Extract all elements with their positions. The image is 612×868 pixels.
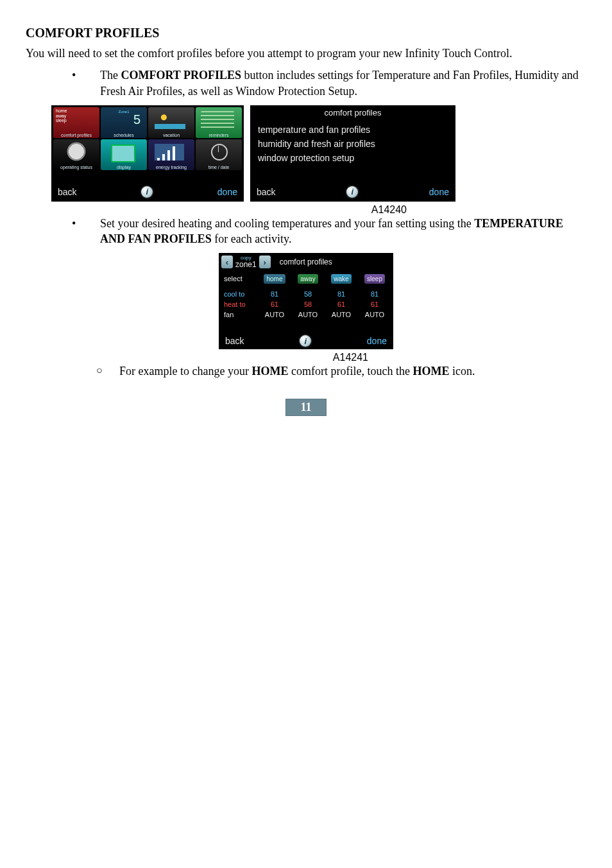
menu-reminders-label: reminders xyxy=(196,133,242,137)
figure1-caption: A14240 xyxy=(26,204,407,216)
zone-name: zone1 xyxy=(235,261,257,268)
screenshot-comfort-profiles-panel: comfort profiles temperature and fan pro… xyxy=(250,105,455,202)
heat-to-label: heat to xyxy=(224,300,256,308)
info-icon[interactable]: i xyxy=(141,186,153,198)
back-button[interactable]: back xyxy=(225,336,244,346)
profile-away-button[interactable]: away xyxy=(298,274,318,284)
menu-operating-status-label: operating status xyxy=(53,165,99,169)
figure2-caption: A14241 xyxy=(26,352,368,363)
done-button[interactable]: done xyxy=(429,187,449,197)
done-button[interactable]: done xyxy=(217,187,237,197)
menu-time-date[interactable]: time / date xyxy=(196,139,242,170)
cool-to-label: cool to xyxy=(224,290,256,298)
profile-sleep-button[interactable]: sleep xyxy=(364,274,385,284)
menu-energy-tracking[interactable]: energy tracking xyxy=(148,139,194,170)
sub1-post: icon. xyxy=(449,365,475,378)
intro-paragraph: You will need to set the comfort profile… xyxy=(26,46,586,61)
back-button[interactable]: back xyxy=(257,187,276,197)
screenshot-menu-panel: home away sleep comfort profiles Zone1 5… xyxy=(51,105,244,202)
profile-wake-button[interactable]: wake xyxy=(331,274,351,284)
menu-schedules-zone: Zone1 xyxy=(118,110,129,114)
clock-hand xyxy=(218,146,219,152)
menu-vacation[interactable]: vacation xyxy=(148,107,194,138)
menu-schedules-five: 5 xyxy=(133,112,140,127)
chevron-left-icon[interactable]: ‹ xyxy=(221,256,233,268)
heat-away: 58 xyxy=(293,300,323,308)
menu-energy-tracking-label: energy tracking xyxy=(148,165,194,169)
bullet1-bold: COMFORT PROFILES xyxy=(121,69,241,82)
heat-wake: 61 xyxy=(327,300,356,308)
menu-comfort-profiles-label: comfort profiles xyxy=(53,133,99,137)
carrier-badge: Carrier xyxy=(71,152,82,157)
figure-row-1: home away sleep comfort profiles Zone1 5… xyxy=(51,105,586,202)
cool-to-row: cool to 81 58 81 81 xyxy=(219,289,393,299)
cp-item-temp-fan[interactable]: temperature and fan profiles xyxy=(258,123,448,137)
cool-away: 58 xyxy=(293,290,323,298)
sub1-mid: comfort profile, touch the xyxy=(288,365,412,378)
cp-panel-list: temperature and fan profiles humidity an… xyxy=(250,123,455,165)
menu-footer: back i done xyxy=(51,182,244,202)
sub-bullet-home-example: For example to change your HOME comfort … xyxy=(96,363,586,379)
bullet-temp-fan: Set your desired heating and cooling tem… xyxy=(72,216,586,247)
page-number: 11 xyxy=(285,399,326,416)
heat-to-row: heat to 61 58 61 61 xyxy=(219,299,393,309)
cool-home: 81 xyxy=(260,290,289,298)
bullet-comfort-profiles: The COMFORT PROFILES button includes set… xyxy=(72,67,586,99)
menu-operating-status[interactable]: Carrier operating status xyxy=(53,139,99,170)
sub1-pre: For example to change your xyxy=(119,365,251,378)
fan-home: AUTO xyxy=(260,311,289,318)
fan-row: fan AUTO AUTO AUTO AUTO xyxy=(219,309,393,320)
menu-display[interactable]: display xyxy=(101,139,147,170)
fan-wake: AUTO xyxy=(327,311,356,318)
cp-select-label: select xyxy=(224,275,256,282)
info-icon[interactable]: i xyxy=(300,335,311,347)
menu-reminders[interactable]: reminders xyxy=(196,107,242,138)
page-number-wrap: 11 xyxy=(26,399,586,416)
figure2-wrap: ‹ copy zone1 › comfort profiles select h… xyxy=(26,253,586,349)
heat-sleep: 61 xyxy=(360,300,389,308)
back-button[interactable]: back xyxy=(58,187,77,197)
done-button[interactable]: done xyxy=(367,336,387,346)
menu-time-date-label: time / date xyxy=(196,165,242,169)
cp-panel-title: comfort profiles xyxy=(250,105,455,123)
cp-panel-footer: back i done xyxy=(250,182,455,202)
fan-label: fan xyxy=(224,311,256,318)
menu-comfort-profiles-lines: home away sleep xyxy=(56,108,67,123)
sub1-bold1: HOME xyxy=(251,365,288,378)
cool-wake: 81 xyxy=(327,290,356,298)
cp-header-label: comfort profiles xyxy=(280,257,332,266)
profile-home-button[interactable]: home xyxy=(264,274,285,284)
cp-select-row: select home away wake sleep xyxy=(219,273,393,284)
cp-item-humidity[interactable]: humidity and fresh air profiles xyxy=(258,137,448,151)
menu-vacation-label: vacation xyxy=(148,133,194,137)
fan-away: AUTO xyxy=(293,311,323,318)
cp-item-window[interactable]: window protection setup xyxy=(258,151,448,165)
info-icon[interactable]: i xyxy=(346,186,358,198)
bullet2-post: for each activity. xyxy=(212,232,292,245)
bullet1-pre: The xyxy=(100,69,121,82)
section-title: COMFORT PROFILES xyxy=(26,26,586,40)
fan-sleep: AUTO xyxy=(360,311,389,318)
cp-top-bar: ‹ copy zone1 › comfort profiles xyxy=(219,253,393,271)
menu-grid: home away sleep comfort profiles Zone1 5… xyxy=(51,105,244,170)
menu-display-label: display xyxy=(101,165,147,169)
sub1-bold2: HOME xyxy=(412,365,449,378)
menu-comfort-profiles[interactable]: home away sleep comfort profiles xyxy=(53,107,99,138)
screenshot-profiles-table: ‹ copy zone1 › comfort profiles select h… xyxy=(219,253,393,349)
cool-sleep: 81 xyxy=(360,290,389,298)
heat-home: 61 xyxy=(260,300,289,308)
chevron-right-icon[interactable]: › xyxy=(259,256,271,268)
bullet2-pre: Set your desired heating and cooling tem… xyxy=(100,217,474,230)
cp-table-footer: back i done xyxy=(219,333,393,349)
menu-schedules[interactable]: Zone1 5 schedules xyxy=(101,107,147,138)
menu-schedules-label: schedules xyxy=(101,133,147,137)
zone-selector[interactable]: copy zone1 xyxy=(235,256,257,268)
